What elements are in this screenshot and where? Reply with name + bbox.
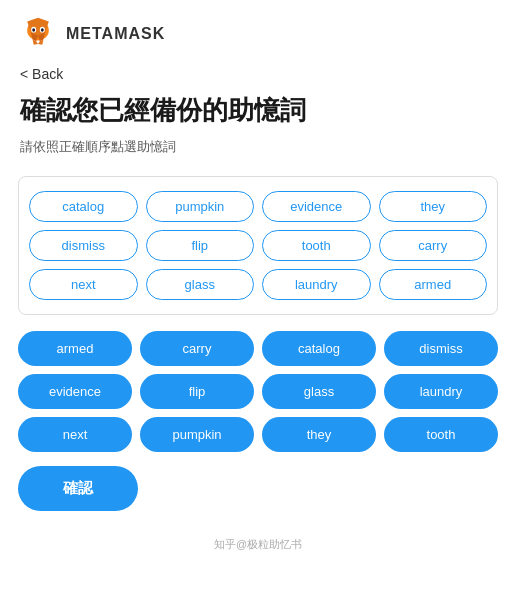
selected-word-chip[interactable]: tooth (384, 417, 498, 452)
pool-word-chip[interactable]: armed (379, 269, 488, 300)
pool-word-chip[interactable]: carry (379, 230, 488, 261)
selected-word-chip[interactable]: next (18, 417, 132, 452)
selected-word-chip[interactable]: catalog (262, 331, 376, 366)
pool-word-chip[interactable]: dismiss (29, 230, 138, 261)
selected-word-chip[interactable]: armed (18, 331, 132, 366)
pool-word-chip[interactable]: evidence (262, 191, 371, 222)
page-title: 確認您已經備份的助憶詞 (0, 88, 516, 134)
pool-word-chip[interactable]: they (379, 191, 488, 222)
selected-word-chip[interactable]: laundry (384, 374, 498, 409)
watermark: 知乎@极粒助忆书 (0, 531, 516, 562)
selected-word-chip[interactable]: pumpkin (140, 417, 254, 452)
phone-frame: METAMASK < Back 確認您已經備份的助憶詞 請依照正確順序點選助憶詞… (0, 0, 516, 596)
back-button[interactable]: < Back (0, 60, 83, 88)
pool-word-chip[interactable]: tooth (262, 230, 371, 261)
pool-word-chip[interactable]: next (29, 269, 138, 300)
selected-word-chip[interactable]: flip (140, 374, 254, 409)
word-pool-container: catalogpumpkinevidencetheydismissfliptoo… (18, 176, 498, 315)
selected-word-chip[interactable]: glass (262, 374, 376, 409)
selected-word-chip[interactable]: they (262, 417, 376, 452)
selected-words-area: armedcarrycatalogdismissevidenceflipglas… (18, 331, 498, 452)
pool-word-chip[interactable]: catalog (29, 191, 138, 222)
svg-point-9 (41, 28, 44, 32)
selected-word-chip[interactable]: evidence (18, 374, 132, 409)
back-label: < Back (20, 66, 63, 82)
header: METAMASK (0, 0, 516, 60)
metamask-fox-logo (20, 16, 56, 52)
pool-word-chip[interactable]: laundry (262, 269, 371, 300)
pool-word-chip[interactable]: glass (146, 269, 255, 300)
selected-word-chip[interactable]: dismiss (384, 331, 498, 366)
svg-point-8 (32, 28, 35, 32)
page-subtitle: 請依照正確順序點選助憶詞 (0, 134, 516, 168)
confirm-button[interactable]: 確認 (18, 466, 138, 511)
selected-word-chip[interactable]: carry (140, 331, 254, 366)
word-pool-grid: catalogpumpkinevidencetheydismissfliptoo… (29, 191, 487, 300)
selected-words-grid: armedcarrycatalogdismissevidenceflipglas… (18, 331, 498, 452)
pool-word-chip[interactable]: pumpkin (146, 191, 255, 222)
pool-word-chip[interactable]: flip (146, 230, 255, 261)
brand-name: METAMASK (66, 25, 165, 43)
